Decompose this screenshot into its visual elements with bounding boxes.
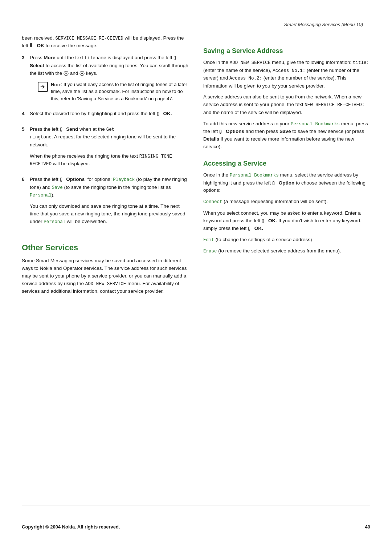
note-label: Note: [51, 82, 61, 87]
page-header: Smart Messaging Services (Menu 10): [0, 22, 392, 35]
item-4-number: 4: [22, 110, 30, 121]
svg-marker-4: [81, 72, 83, 74]
phone-icon-r1: [219, 130, 224, 134]
saving-para1: Once in the ADD NEW SERVICE menu, give t…: [203, 59, 370, 90]
note-box: Note: If you want easy access to the lis…: [38, 81, 189, 102]
phone-icon-3a: [173, 56, 179, 60]
item-5-content: Press the left Send when at the Getringt…: [30, 126, 189, 171]
item-6-number: 6: [22, 176, 30, 229]
item-3-content: Press More until the text filename is di…: [30, 54, 189, 106]
saving-para2: A service address can also be sent to yo…: [203, 93, 370, 116]
list-item-4: 4 Select the desired tone by highlightin…: [22, 110, 189, 121]
scroll-up-icon: [79, 71, 85, 76]
item-6-content: Press the left Options for options: Play…: [30, 176, 189, 229]
other-services-body: Some Smart Messaging services may be sav…: [22, 257, 189, 295]
save-mono-6: Save: [52, 185, 63, 190]
left-column: been received, SERVICE MESSAGE RE-CEIVED…: [22, 35, 189, 498]
phone-icon-r3: [262, 219, 267, 223]
more-label: More: [44, 55, 55, 60]
phone-icon-6: [60, 178, 65, 182]
ok-label-4: OK.: [163, 111, 172, 116]
erase-mono: Erase: [203, 249, 217, 254]
intro-ok: OK: [37, 43, 44, 48]
note-text: Note: If you want easy access to the lis…: [51, 81, 189, 102]
phone-icon-r2: [272, 181, 277, 185]
content-area: been received, SERVICE MESSAGE RE-CEIVED…: [0, 35, 392, 498]
options-label-6: Options: [66, 177, 85, 182]
erase-para: Erase (to remove the selected service ad…: [203, 247, 370, 255]
accessing-section: Accessing a Service Once in the Personal…: [203, 159, 370, 255]
header-title: Smart Messaging Services (Menu 10): [284, 22, 363, 27]
note-icon: [38, 82, 48, 92]
select-label: Select: [30, 63, 44, 68]
item-3-text: Press More until the text filename is di…: [30, 54, 189, 77]
access-no2-mono: Access No.2:: [229, 76, 262, 81]
options-right: Options: [226, 129, 244, 134]
item-4-text: Select the desired tone by highlighting …: [30, 110, 189, 118]
personal-bookmarks-mono: Personal Bookmarks: [291, 122, 340, 127]
connect-mono: Connect: [203, 199, 222, 204]
intro-mono: SERVICE MESSAGE RE-CEIVED: [55, 36, 123, 41]
intro-paragraph: been received, SERVICE MESSAGE RE-CEIVED…: [22, 35, 189, 50]
saving-para3: To add this new service address to your …: [203, 120, 370, 151]
scroll-down-icon: [64, 71, 69, 76]
filename-mono: filename: [85, 56, 106, 61]
phone-icon-4: [157, 112, 162, 116]
keyword-para: When you select connect, you may be aske…: [203, 210, 370, 232]
note-arrow-icon: [40, 84, 46, 90]
list-item-6: 6 Press the left Options for options: Pl…: [22, 176, 189, 229]
phone-icon-5: [60, 127, 65, 131]
item-5-text: Press the left Send when at the Getringt…: [30, 126, 189, 149]
footer-page-number: 49: [365, 524, 370, 530]
svg-marker-2: [65, 73, 67, 74]
playback-mono: Playback: [113, 177, 135, 182]
page: Smart Messaging Services (Menu 10) been …: [0, 0, 392, 555]
right-column: Saving a Service Address Once in the ADD…: [203, 35, 370, 498]
list-item-3: 3 Press More until the text filename is …: [22, 54, 189, 106]
accessing-para1: Once in the Personal Bookmarks menu, sel…: [203, 171, 370, 194]
item-4-content: Select the desired tone by highlighting …: [30, 110, 189, 121]
footer-copyright: Copyright © 2004 Nokia. All rights reser…: [22, 524, 120, 530]
add-new-service-mono-2: ADD NEW SERVICE: [230, 60, 271, 65]
save-bold: Save: [279, 129, 291, 134]
ok-bold-kw2: OK.: [254, 226, 263, 231]
accessing-title: Accessing a Service: [203, 159, 370, 168]
item-6-text: Press the left Options for options: Play…: [30, 176, 189, 199]
new-service-re-mono: NEW SERVICE RE-CEIVED:: [305, 102, 364, 108]
numbered-list: 3 Press More until the text filename is …: [22, 54, 189, 229]
item-5-extra: When the phone receives the ringing tone…: [30, 153, 189, 168]
saving-title: Saving a Service Address: [203, 47, 370, 55]
connect-para: Connect (a message requesting informatio…: [203, 198, 370, 206]
item-3-number: 3: [22, 54, 30, 106]
list-item-5: 5 Press the left Send when at the Getrin…: [22, 126, 189, 171]
ringing-tone-received: RINGING TONE RECEIVED: [30, 154, 172, 167]
phone-icon-r4: [248, 227, 253, 231]
footer-divider: [22, 506, 370, 506]
saving-section: Saving a Service Address Once in the ADD…: [203, 47, 370, 151]
details-bold: Details: [203, 136, 219, 142]
edit-mono: Edit: [203, 238, 214, 243]
item-5-number: 5: [22, 126, 30, 171]
title-mono: title:: [353, 60, 369, 65]
footer: Copyright © 2004 Nokia. All rights reser…: [0, 513, 392, 533]
item-6-extra: You can only download and save one ringi…: [30, 203, 189, 226]
access-no1-mono: Access No.1:: [273, 68, 305, 73]
ok-bold-kw: OK.: [268, 218, 277, 223]
personal-mono-6: Personal: [30, 193, 52, 198]
edit-para: Edit (to change the settings of a servic…: [203, 236, 370, 244]
personal-bookmarks-mono-2: Personal Bookmarks: [230, 173, 279, 178]
add-new-service-mono: ADD NEW SERVICE: [85, 281, 126, 287]
option-bold: Option: [279, 180, 295, 186]
personal-mono-6b: Personal: [44, 219, 65, 224]
other-services-title: Other Services: [22, 243, 189, 253]
send-label: Send: [66, 126, 78, 132]
phone-icon: [30, 43, 36, 47]
other-services-section: Other Services Some Smart Messaging serv…: [22, 243, 189, 296]
